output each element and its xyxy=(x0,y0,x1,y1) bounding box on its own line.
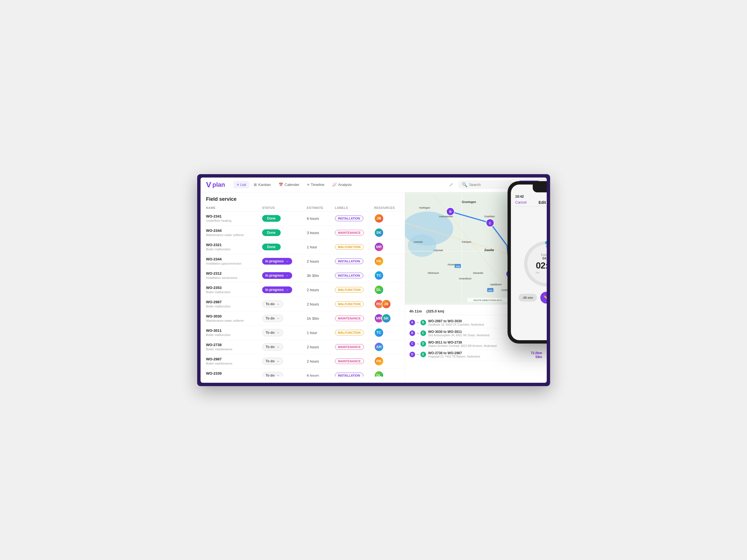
timer-inner: Estimate 04:00 02:49 HH MM xyxy=(536,254,546,274)
table-row[interactable]: WO-2353Boiler malfunctionIn progress →2 … xyxy=(201,283,405,297)
status-todo[interactable]: To do → xyxy=(262,315,283,322)
th-estimate: ESTIMATE xyxy=(307,206,335,209)
timer-hh-label: HH xyxy=(536,271,539,274)
table-row[interactable]: WO-3011Boiler malfunctionTo do →1 hourMA… xyxy=(201,326,405,340)
label-badge: MAINTENANCE xyxy=(335,316,364,321)
route-arrow: D → E xyxy=(410,352,426,357)
nav-kanban[interactable]: ⊞ Kanban xyxy=(250,181,274,188)
route-arrow: C → D xyxy=(410,341,426,347)
label-badge: MALFUNCTION xyxy=(335,287,364,293)
resources-cell: DL xyxy=(374,285,405,295)
header: V plan ≡ List ⊞ Kanban 📅 Calender ≡ xyxy=(201,178,547,192)
status-inprogress[interactable]: In progress → xyxy=(262,272,292,279)
svg-text:Leeuwarden: Leeuwarden xyxy=(439,215,453,218)
label-badge: MAINTENANCE xyxy=(335,358,364,364)
phone-edit-time-title: Edit time xyxy=(539,200,547,205)
svg-text:A50: A50 xyxy=(488,289,492,292)
arrow-icon: → xyxy=(416,342,419,346)
table-row[interactable]: WO-2987Boiler maintenanceTo do →2 hoursM… xyxy=(201,354,405,369)
nav-analysis[interactable]: 📈 Analysis xyxy=(329,181,355,188)
wo-desc: Underfloor heating xyxy=(206,219,262,222)
svg-text:Zwolle: Zwolle xyxy=(484,248,494,252)
nav-calendar-label: Calender xyxy=(285,183,300,187)
svg-text:Lelystad: Lelystad xyxy=(433,249,443,252)
resources-cell: TC xyxy=(374,271,405,280)
avatar: TC xyxy=(374,328,384,338)
estimate: 1h 30m xyxy=(307,316,319,321)
route-info: WO-2738 to WO-2987 Hogepad 23, 7462 TB R… xyxy=(428,351,529,358)
estimate: 3 hours xyxy=(307,231,319,235)
avatar: PK xyxy=(374,356,384,366)
label-badge: MALFUNCTION xyxy=(335,330,364,336)
table-row[interactable]: WO-2321Boiler malfunctionDone1 hourMALFU… xyxy=(201,240,405,254)
svg-text:Lemmer: Lemmer xyxy=(413,240,423,243)
status-todo[interactable]: To do → xyxy=(262,343,283,351)
wo-desc: Maintenance water softener xyxy=(206,233,262,237)
table-row[interactable]: WO-2738Boiler maintenanceTo do →2 hoursM… xyxy=(201,340,405,354)
label-badge: INSTALLATION xyxy=(335,216,363,221)
route-wo-name: WO-2738 to WO-2987 xyxy=(428,351,529,355)
table-row[interactable]: WO-2987Boiler malfunctionTo do →2 hoursM… xyxy=(201,297,405,311)
route-dot-to: B xyxy=(420,320,426,325)
svg-text:Harlingen: Harlingen xyxy=(419,206,430,209)
timer-estimate-label: Estimate xyxy=(536,254,546,257)
search-bar[interactable]: 🔍 xyxy=(458,180,514,189)
nav-items: ≡ List ⊞ Kanban 📅 Calender ≡ Timeline 📈 xyxy=(233,181,439,188)
wo-desc: Installation gasconnection xyxy=(206,262,262,265)
table-row[interactable]: WO-2344Installation gasconnectionIn prog… xyxy=(201,254,405,268)
status-todo[interactable]: To do → xyxy=(262,300,283,308)
status-todo[interactable]: To do → xyxy=(262,372,283,377)
route-item: D → E WO-2738 to WO-2987 Hogepad 23, 746… xyxy=(410,349,542,361)
table-row[interactable]: WO-3030Maintenance water softenerTo do →… xyxy=(201,311,405,326)
logo-plan: plan xyxy=(212,181,225,188)
table-row[interactable]: WO-2312Installation sunscreensIn progres… xyxy=(201,268,405,283)
status-done[interactable]: Done xyxy=(262,215,281,222)
status-inprogress[interactable]: In progress → xyxy=(262,287,292,293)
table-row[interactable]: WO-2341Underfloor heatingDone6 hoursINST… xyxy=(201,211,405,226)
status-todo[interactable]: To do → xyxy=(262,357,283,365)
page-title: Field service xyxy=(201,192,405,205)
resources-cell: AH xyxy=(374,342,405,352)
avatar: SK xyxy=(374,228,384,237)
wo-desc: Boiler malfunction xyxy=(206,290,262,294)
wo-desc: Boiler malfunction xyxy=(206,304,262,308)
status-done[interactable]: Done xyxy=(262,229,281,236)
phone-overlay: 10:42 📶 🔋 Cancel Edit time Ready xyxy=(508,181,547,344)
arrow-icon: → xyxy=(416,353,419,356)
estimate: 3h 30m xyxy=(307,273,319,278)
phone-cancel-button[interactable]: Cancel xyxy=(515,200,526,205)
route-dot-from: C xyxy=(410,341,415,347)
nav-timeline[interactable]: ≡ Timeline xyxy=(304,181,328,188)
search-input[interactable] xyxy=(469,183,510,187)
resources-cell: JB xyxy=(374,214,405,223)
timeline-icon: ≡ xyxy=(307,183,309,187)
svg-text:Amersfoort: Amersfoort xyxy=(459,277,471,280)
timer-play-button[interactable]: ✏️ xyxy=(540,292,546,303)
resources-cell: SK xyxy=(374,228,405,237)
status-inprogress[interactable]: In progress → xyxy=(262,258,292,265)
timer-minus-button[interactable]: -30 min xyxy=(518,294,537,301)
pencil-icon: ✏️ xyxy=(543,295,546,300)
wo-id: WO-2987 xyxy=(206,357,262,361)
svg-text:Apeldoorn: Apeldoorn xyxy=(490,283,501,286)
route-address: Hogepad 23, 7462 TB Rijssen, Nederland xyxy=(428,355,529,358)
logo-v: V xyxy=(206,180,211,189)
svg-text:Groningen: Groningen xyxy=(462,201,476,204)
estimate: 2 hours xyxy=(307,259,319,264)
svg-text:Deventer: Deventer xyxy=(473,272,483,274)
nav-calendar[interactable]: 📅 Calender xyxy=(275,181,303,188)
expand-icon[interactable]: ⤢ xyxy=(447,181,455,189)
table-row[interactable]: WO-2344Maintenance water softenerDone3 h… xyxy=(201,226,405,240)
wo-desc: Boiler maintenance xyxy=(206,347,262,351)
table-row[interactable]: WO-2339Underfloor heatingTo do →6 hoursI… xyxy=(201,369,405,377)
nav-list[interactable]: ≡ List xyxy=(233,181,249,188)
wo-id: WO-2339 xyxy=(206,371,262,375)
status-todo[interactable]: To do → xyxy=(262,329,283,336)
nav-timeline-label: Timeline xyxy=(311,183,324,187)
phone-header: Cancel Edit time Ready xyxy=(511,198,547,206)
status-done[interactable]: Done xyxy=(262,244,281,250)
table-header: NAME STATUS ESTIMATE LABELS RESOURCES PL… xyxy=(201,205,405,211)
estimate: 1 hour xyxy=(307,331,317,335)
estimate: 2 hours xyxy=(307,288,319,292)
svg-text:C: C xyxy=(489,221,491,224)
